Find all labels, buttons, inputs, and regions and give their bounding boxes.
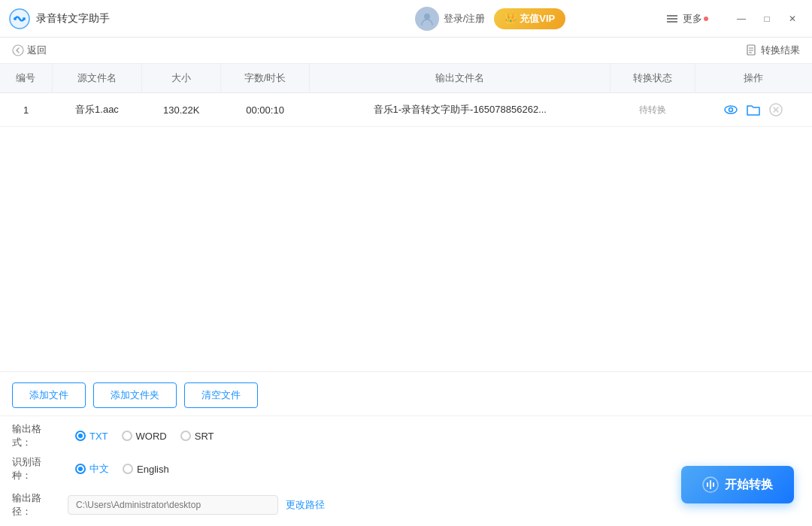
vip-button[interactable]: 👑 充值VIP <box>494 8 565 29</box>
cell-duration: 00:00:10 <box>221 93 310 127</box>
lang-english-dot <box>123 464 133 474</box>
cell-status: 待转换 <box>611 93 695 127</box>
cell-source: 音乐1.aac <box>52 93 142 127</box>
format-txt-label: TXT <box>89 431 108 442</box>
convert-result-label: 转换结果 <box>761 44 800 57</box>
back-label: 返回 <box>27 44 47 57</box>
crown-icon: 👑 <box>504 13 517 24</box>
svg-point-3 <box>424 14 430 20</box>
app-title: 录音转文字助手 <box>36 12 349 26</box>
svg-point-12 <box>725 106 737 113</box>
format-txt-dot <box>75 431 86 441</box>
path-input[interactable] <box>68 495 278 515</box>
svg-point-13 <box>729 108 733 112</box>
clear-files-button[interactable]: 清空文件 <box>184 382 258 408</box>
document-icon <box>746 44 758 56</box>
start-label: 开始转换 <box>725 477 773 493</box>
file-table: 编号 源文件名 大小 字数/时长 输出文件名 转换状态 操作 1 音乐1.aac… <box>0 64 812 127</box>
lang-radio-group: 中文 English <box>75 462 169 476</box>
add-file-button[interactable]: 添加文件 <box>12 382 86 408</box>
back-icon <box>12 44 24 56</box>
svg-rect-18 <box>707 482 708 487</box>
change-path-button[interactable]: 更改路径 <box>286 498 325 512</box>
lang-label: 识别语种： <box>12 455 60 482</box>
svg-point-1 <box>14 17 17 20</box>
add-folder-button[interactable]: 添加文件夹 <box>93 382 177 408</box>
format-option-row: 输出格式： TXT WORD SRT <box>12 422 800 449</box>
login-button[interactable]: 登录/注册 <box>415 7 486 31</box>
format-radio-group: TXT WORD SRT <box>75 431 214 442</box>
format-word[interactable]: WORD <box>122 431 167 442</box>
menu-icon <box>666 14 678 23</box>
path-label: 输出路径： <box>12 491 60 518</box>
svg-point-2 <box>23 17 26 20</box>
convert-result-button[interactable]: 转换结果 <box>746 44 800 57</box>
folder-icon[interactable] <box>746 102 761 117</box>
format-label: 输出格式： <box>12 422 60 449</box>
remove-icon[interactable] <box>768 102 783 117</box>
cell-size: 130.22K <box>142 93 221 127</box>
minimize-button[interactable]: — <box>731 11 752 27</box>
format-srt-label: SRT <box>195 431 214 442</box>
format-txt[interactable]: TXT <box>75 431 108 442</box>
lang-chinese-dot <box>75 464 86 474</box>
col-source: 源文件名 <box>52 64 142 93</box>
close-button[interactable]: ✕ <box>782 11 803 27</box>
toolbar: 返回 转换结果 <box>0 38 812 64</box>
format-word-label: WORD <box>136 431 167 442</box>
col-status: 转换状态 <box>611 64 695 93</box>
lang-english-label: English <box>137 464 169 475</box>
table-row: 1 音乐1.aac 130.22K 00:00:10 音乐1-录音转文字助手-1… <box>0 93 812 127</box>
start-btn-container: 开始转换 <box>681 466 794 503</box>
maximize-button[interactable]: □ <box>756 11 777 27</box>
col-action: 操作 <box>695 64 812 93</box>
lang-chinese-label: 中文 <box>89 462 109 476</box>
lang-chinese[interactable]: 中文 <box>75 462 109 476</box>
svg-rect-19 <box>710 480 711 489</box>
app-logo <box>9 8 30 29</box>
cell-actions <box>695 93 812 127</box>
cell-id: 1 <box>0 93 52 127</box>
preview-icon[interactable] <box>723 102 738 117</box>
format-word-dot <box>122 431 132 441</box>
col-size: 大小 <box>142 64 221 93</box>
format-srt[interactable]: SRT <box>180 431 214 442</box>
svg-point-7 <box>13 45 23 56</box>
cell-output: 音乐1-录音转文字助手-165078856262... <box>310 93 611 127</box>
file-table-container: 编号 源文件名 大小 字数/时长 输出文件名 转换状态 操作 1 音乐1.aac… <box>0 64 812 371</box>
start-convert-button[interactable]: 开始转换 <box>681 466 794 503</box>
waveform-icon <box>702 476 719 493</box>
table-header-row: 编号 源文件名 大小 字数/时长 输出文件名 转换状态 操作 <box>0 64 812 93</box>
notification-dot <box>704 17 708 21</box>
file-action-buttons: 添加文件 添加文件夹 清空文件 <box>0 371 812 416</box>
menu-label: 更多 <box>683 12 702 26</box>
menu-button[interactable]: 更多 <box>662 9 713 29</box>
vip-label: 充值VIP <box>520 12 555 26</box>
avatar <box>415 7 439 31</box>
login-text: 登录/注册 <box>444 12 486 26</box>
col-output: 输出文件名 <box>310 64 611 93</box>
format-srt-dot <box>180 431 191 441</box>
col-duration: 字数/时长 <box>221 64 310 93</box>
back-button[interactable]: 返回 <box>12 44 47 57</box>
lang-english[interactable]: English <box>123 464 169 475</box>
col-id: 编号 <box>0 64 52 93</box>
svg-rect-20 <box>713 482 714 487</box>
